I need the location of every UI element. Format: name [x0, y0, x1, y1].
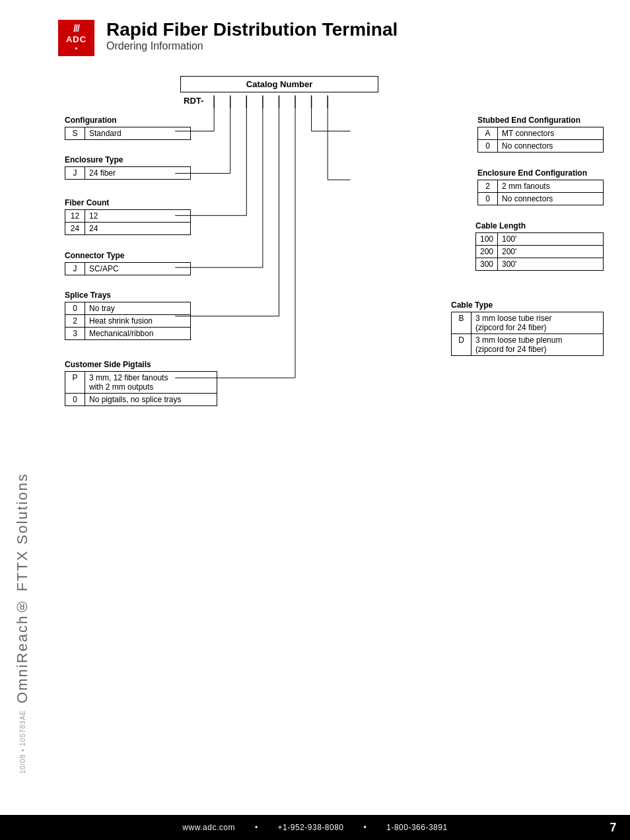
- table-row: J SC/APC: [65, 263, 191, 275]
- sidebar-brand-text: OmniReach® FTTX Solutions: [14, 473, 31, 703]
- encend-table: 2 2 mm fanouts 0 No connectors: [477, 180, 604, 205]
- config-title: Configuration: [65, 116, 191, 125]
- sidebar-code-text: 10/08 • 105783AE: [19, 710, 26, 774]
- table-row: P 3 mm, 12 fiber fanoutswith 2 mm output…: [65, 372, 217, 394]
- fibercount-table: 12 12 24 24: [65, 209, 191, 235]
- cell-code: 24: [65, 223, 85, 235]
- table-row: 3 Mechanical/ribbon: [65, 328, 191, 340]
- cell-desc: 24: [85, 223, 191, 235]
- cell-desc: Mechanical/ribbon: [85, 328, 191, 340]
- cell-desc: SC/APC: [85, 263, 191, 275]
- cell-desc: No connectors: [498, 193, 604, 205]
- cell-code: 0: [65, 302, 85, 315]
- cell-desc: MT connectors: [498, 127, 604, 140]
- page-subtitle: Ordering Information: [106, 40, 398, 52]
- cell-code: 100: [475, 233, 497, 246]
- cell-code: 0: [478, 193, 498, 205]
- cell-desc: No pigtails, no splice trays: [85, 394, 217, 406]
- stubbed-table: A MT connectors 0 No connectors: [477, 127, 604, 153]
- page-title: Rapid Fiber Distribution Terminal: [106, 20, 398, 40]
- cabletype-table: B 3 mm loose tube riser(zipcord for 24 f…: [451, 312, 604, 356]
- splicetrays-table: 0 No tray 2 Heat shrink fusion 3 Mechani…: [65, 302, 191, 340]
- table-row: 12 12: [65, 210, 191, 223]
- cell-code: J: [65, 167, 85, 180]
- cell-code: J: [65, 263, 85, 275]
- cell-code: 300: [475, 258, 497, 271]
- stubbed-title: Stubbed End Configuration: [477, 116, 604, 125]
- cell-code: 2: [478, 180, 498, 193]
- cust-title: Customer Side Pigtails: [65, 360, 217, 369]
- cell-desc: 3 mm loose tube riser(zipcord for 24 fib…: [472, 312, 604, 334]
- section-customer-pigtails: Customer Side Pigtails P 3 mm, 12 fiber …: [65, 360, 217, 406]
- cust-table: P 3 mm, 12 fiber fanoutswith 2 mm output…: [65, 371, 217, 406]
- footer-dot2: •: [364, 823, 367, 832]
- logo-icon: /// ADC •: [66, 23, 87, 52]
- footer-website: www.adc.com: [182, 823, 235, 832]
- cell-desc: No tray: [85, 302, 191, 315]
- fibercount-title: Fiber Count: [65, 198, 191, 207]
- cell-desc: 2 mm fanouts: [498, 180, 604, 193]
- table-row: 100 100': [475, 233, 603, 246]
- cell-desc: 100': [498, 233, 604, 246]
- cell-desc: 3 mm, 12 fiber fanoutswith 2 mm outputs: [85, 372, 217, 394]
- main-content: /// ADC • Rapid Fiber Distribution Termi…: [45, 0, 630, 479]
- table-row: 0 No connectors: [478, 140, 604, 153]
- config-table: S Standard: [65, 127, 191, 140]
- footer: www.adc.com • +1-952-938-8080 • 1-800-36…: [0, 815, 630, 840]
- cell-desc: 24 fiber: [85, 167, 191, 180]
- table-row: 200 200': [475, 246, 603, 258]
- table-row: 0 No connectors: [478, 193, 604, 205]
- cell-code: 12: [65, 210, 85, 223]
- section-splice-trays: Splice Trays 0 No tray 2 Heat shrink fus…: [65, 291, 191, 340]
- section-enclosure-type: Enclosure Type J 24 fiber: [65, 155, 191, 180]
- table-row: 24 24: [65, 223, 191, 235]
- section-cable-type: Cable Type B 3 mm loose tube riser(zipco…: [451, 300, 604, 356]
- cell-desc: 300': [498, 258, 604, 271]
- section-cable-length: Cable Length 100 100' 200 200' 300 300': [475, 221, 604, 271]
- section-configuration: Configuration S Standard: [65, 116, 191, 140]
- cell-desc: 12: [85, 210, 191, 223]
- catalog-number-box: Catalog Number: [180, 76, 378, 92]
- logo-box: /// ADC •: [58, 20, 94, 56]
- cablelength-title: Cable Length: [475, 221, 604, 230]
- cell-desc: No connectors: [498, 140, 604, 153]
- cell-code: 0: [65, 394, 85, 406]
- table-row: 2 Heat shrink fusion: [65, 315, 191, 328]
- ordering-diagram: Catalog Number RDT-: [58, 76, 610, 459]
- cabletype-title: Cable Type: [451, 300, 604, 310]
- table-row: 0 No tray: [65, 302, 191, 315]
- cell-code: A: [478, 127, 498, 140]
- encend-title: Enclosure End Configuration: [477, 168, 604, 178]
- cell-code: 0: [478, 140, 498, 153]
- enclosure-table: J 24 fiber: [65, 166, 191, 180]
- table-row: 2 2 mm fanouts: [478, 180, 604, 193]
- cell-code: B: [452, 312, 472, 334]
- rdt-prefix: RDT-: [184, 96, 203, 106]
- cell-code: 3: [65, 328, 85, 340]
- cell-code: 2: [65, 315, 85, 328]
- section-fiber-count: Fiber Count 12 12 24 24: [65, 198, 191, 235]
- sidebar: OmniReach® FTTX Solutions 10/08 • 105783…: [0, 0, 45, 814]
- footer-phone2: 1-800-366-3891: [386, 823, 447, 832]
- section-stubbed-end: Stubbed End Configuration A MT connector…: [477, 116, 604, 153]
- cell-desc: Heat shrink fusion: [85, 315, 191, 328]
- cell-code: S: [65, 127, 85, 140]
- footer-phone1: +1-952-938-8080: [278, 823, 344, 832]
- cablelength-table: 100 100' 200 200' 300 300': [475, 232, 604, 271]
- table-row: 0 No pigtails, no splice trays: [65, 394, 217, 406]
- table-row: S Standard: [65, 127, 191, 140]
- cell-code: P: [65, 372, 85, 394]
- header: /// ADC • Rapid Fiber Distribution Termi…: [58, 20, 610, 56]
- table-row: B 3 mm loose tube riser(zipcord for 24 f…: [452, 312, 604, 334]
- cell-desc: Standard: [85, 127, 191, 140]
- cell-code: D: [452, 334, 472, 356]
- section-connector-type: Connector Type J SC/APC: [65, 251, 191, 275]
- cell-desc: 200': [498, 246, 604, 258]
- table-row: D 3 mm loose tube plenum(zipcord for 24 …: [452, 334, 604, 356]
- enclosure-title: Enclosure Type: [65, 155, 191, 164]
- header-text: Rapid Fiber Distribution Terminal Orderi…: [106, 20, 398, 52]
- cell-code: 200: [475, 246, 497, 258]
- table-row: 300 300': [475, 258, 603, 271]
- footer-dot1: •: [255, 823, 258, 832]
- table-row: A MT connectors: [478, 127, 604, 140]
